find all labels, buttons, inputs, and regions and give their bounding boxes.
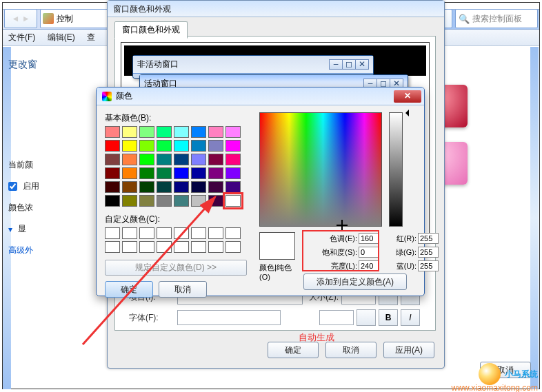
custom-swatch[interactable]	[122, 227, 137, 239]
blue-input[interactable]: 255	[418, 260, 439, 271]
basic-swatch[interactable]	[157, 126, 172, 138]
custom-swatch[interactable]	[208, 227, 223, 239]
basic-swatch[interactable]	[191, 140, 206, 152]
bold-button[interactable]: B	[379, 309, 398, 326]
basic-swatch[interactable]	[122, 195, 137, 207]
min-icon: –	[329, 59, 343, 70]
define-custom-button[interactable]: 规定自定义颜色(D) >>	[105, 260, 247, 276]
basic-swatch[interactable]	[139, 126, 154, 138]
color-picker-dialog: 颜色 ✕ 基本颜色(B): 自定义颜色(C): 规定自定义颜色(D) >> 确定…	[96, 87, 425, 296]
hue-sat-field[interactable]	[259, 112, 382, 227]
menu-view[interactable]: 查	[87, 32, 95, 42]
basic-swatch[interactable]	[174, 195, 189, 207]
custom-swatch[interactable]	[122, 241, 137, 253]
luminance-bar[interactable]	[389, 112, 403, 227]
basic-swatch[interactable]	[191, 126, 206, 138]
basic-swatch[interactable]	[157, 140, 172, 152]
basic-swatch[interactable]	[208, 167, 223, 179]
basic-swatch[interactable]	[139, 140, 154, 152]
font-size-input[interactable]	[319, 310, 354, 325]
enable-label: 启用	[23, 180, 39, 192]
basic-swatch[interactable]	[225, 126, 241, 138]
basic-swatch[interactable]	[208, 140, 223, 152]
ok-button[interactable]: 确定	[268, 342, 319, 358]
basic-swatch[interactable]	[105, 140, 120, 152]
basic-swatch[interactable]	[122, 154, 137, 165]
custom-swatch[interactable]	[208, 241, 223, 253]
custom-swatch[interactable]	[174, 227, 189, 239]
color-titlebar[interactable]: 颜色 ✕	[97, 87, 424, 105]
basic-color-grid	[105, 126, 251, 207]
basic-swatch[interactable]	[225, 154, 241, 165]
basic-swatch[interactable]	[105, 126, 120, 138]
menu-file[interactable]: 文件(F)	[8, 32, 35, 42]
basic-swatch[interactable]	[191, 195, 206, 207]
enable-checkbox[interactable]	[8, 182, 17, 191]
basic-swatch[interactable]	[191, 181, 206, 193]
basic-swatch[interactable]	[105, 154, 120, 165]
basic-swatch[interactable]	[225, 167, 241, 179]
basic-swatch[interactable]	[139, 154, 154, 165]
custom-swatch[interactable]	[139, 241, 154, 253]
apply-button[interactable]: 应用(A)	[383, 342, 434, 358]
basic-swatch[interactable]	[105, 167, 120, 179]
show-label: ▾显	[8, 223, 97, 235]
basic-swatch[interactable]	[139, 195, 154, 207]
basic-swatch[interactable]	[122, 140, 137, 152]
custom-swatch[interactable]	[139, 227, 154, 239]
search-input[interactable]: 🔍 搜索控制面板	[455, 9, 538, 28]
basic-swatch[interactable]	[174, 181, 189, 193]
brand-text: 小马系统	[505, 369, 538, 380]
basic-swatch[interactable]	[105, 195, 120, 207]
font-select[interactable]	[177, 310, 281, 325]
custom-swatch[interactable]	[191, 227, 206, 239]
basic-swatch[interactable]	[174, 167, 189, 179]
basic-swatch[interactable]	[225, 181, 241, 193]
custom-swatch[interactable]	[157, 241, 172, 253]
basic-swatch[interactable]	[208, 181, 223, 193]
appearance-tab[interactable]: 窗口颜色和外观	[114, 21, 188, 39]
basic-swatch[interactable]	[139, 167, 154, 179]
basic-swatch[interactable]	[208, 154, 223, 165]
custom-swatch[interactable]	[157, 227, 172, 239]
close-button[interactable]: ✕	[394, 90, 421, 103]
basic-swatch[interactable]	[157, 167, 172, 179]
add-custom-button[interactable]: 添加到自定义颜色(A)	[303, 274, 407, 290]
basic-swatch[interactable]	[139, 181, 154, 193]
cp-cancel-button[interactable]: 取消	[159, 281, 207, 298]
custom-swatch[interactable]	[105, 227, 120, 239]
basic-swatch[interactable]	[225, 140, 241, 152]
advanced-link[interactable]: 高级外	[8, 245, 97, 256]
basic-swatch[interactable]	[191, 167, 206, 179]
basic-swatch[interactable]	[157, 154, 172, 165]
basic-swatch[interactable]	[105, 181, 120, 193]
basic-swatch[interactable]	[174, 140, 189, 152]
basic-swatch[interactable]	[208, 126, 223, 138]
basic-swatch[interactable]	[191, 154, 206, 165]
cp-ok-button[interactable]: 确定	[105, 281, 153, 298]
basic-swatch[interactable]	[174, 154, 189, 165]
nav-back-forward[interactable]: ◄ ►	[4, 9, 37, 28]
search-icon: 🔍	[459, 14, 470, 24]
basic-swatch[interactable]	[208, 195, 223, 207]
italic-button[interactable]: I	[401, 309, 420, 326]
basic-swatch[interactable]	[174, 126, 189, 138]
basic-swatch[interactable]	[225, 195, 241, 207]
custom-swatch[interactable]	[225, 241, 241, 253]
custom-swatch[interactable]	[105, 241, 120, 253]
custom-swatch[interactable]	[225, 227, 241, 239]
basic-swatch[interactable]	[122, 126, 137, 138]
custom-swatch[interactable]	[191, 241, 206, 253]
font-color-button[interactable]	[357, 309, 376, 326]
basic-swatch[interactable]	[122, 167, 137, 179]
basic-swatch[interactable]	[157, 181, 172, 193]
red-input[interactable]: 255	[418, 233, 439, 244]
custom-swatch[interactable]	[174, 241, 189, 253]
blue-label: 蓝(U):	[363, 261, 418, 271]
brand-url: www.xiaomaxitong.com	[452, 383, 538, 392]
basic-swatch[interactable]	[157, 195, 172, 207]
green-input[interactable]: 255	[418, 247, 439, 258]
basic-swatch[interactable]	[122, 181, 137, 193]
cancel-button[interactable]: 取消	[325, 342, 377, 358]
menu-edit[interactable]: 编辑(E)	[48, 32, 75, 42]
